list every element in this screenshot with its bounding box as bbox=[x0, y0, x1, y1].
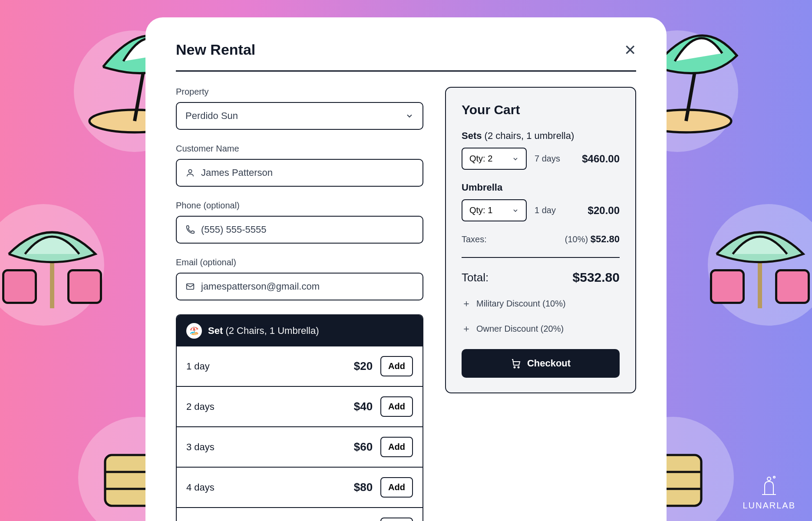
svg-rect-8 bbox=[711, 270, 744, 303]
person-icon bbox=[185, 168, 195, 178]
price-duration: 3 days bbox=[186, 442, 215, 453]
cart-title: Your Cart bbox=[462, 102, 620, 117]
svg-rect-6 bbox=[69, 270, 101, 303]
price-duration: 4 days bbox=[186, 482, 215, 493]
total-amount: $532.80 bbox=[573, 270, 620, 285]
customer-input[interactable]: James Patterson bbox=[176, 159, 423, 187]
svg-point-18 bbox=[514, 367, 515, 368]
cart-item: Sets (2 chairs, 1 umbrella)Qty: 27 days$… bbox=[462, 130, 620, 170]
taxes-amount: $52.80 bbox=[591, 234, 620, 244]
customer-label: Customer Name bbox=[176, 144, 423, 154]
close-button[interactable]: ✕ bbox=[624, 43, 636, 57]
price-row: 2 days$40Add bbox=[177, 386, 423, 426]
modal-title: New Rental bbox=[176, 41, 255, 58]
add-button[interactable]: Add bbox=[380, 356, 413, 376]
qty-value: Qty: 1 bbox=[469, 205, 492, 215]
brand-logo: LUNARLAB bbox=[743, 473, 795, 511]
svg-point-19 bbox=[518, 367, 519, 368]
cart-panel: Your Cart Sets (2 chairs, 1 umbrella)Qty… bbox=[445, 87, 636, 393]
price-value: $40 bbox=[354, 400, 373, 413]
total-label: Total: bbox=[462, 271, 489, 284]
plus-icon: ＋ bbox=[462, 322, 471, 335]
qty-value: Qty: 2 bbox=[469, 154, 492, 164]
add-button[interactable]: Add bbox=[380, 518, 413, 521]
checkout-button[interactable]: Checkout bbox=[462, 349, 620, 378]
brand-name: LUNARLAB bbox=[743, 501, 795, 511]
email-label: Email (optional) bbox=[176, 257, 423, 267]
svg-point-16 bbox=[188, 170, 191, 173]
chevron-down-icon bbox=[512, 207, 519, 214]
cart-item-days: 7 days bbox=[535, 154, 560, 164]
beach-illustration bbox=[695, 200, 812, 330]
discount-label: Owner Discount (20%) bbox=[476, 324, 564, 334]
svg-point-21 bbox=[773, 476, 775, 478]
cart-item-amount: $460.00 bbox=[582, 153, 620, 165]
cart-divider bbox=[462, 257, 620, 258]
cart-item-days: 1 day bbox=[535, 205, 556, 215]
add-button[interactable]: Add bbox=[380, 477, 413, 498]
plus-icon: ＋ bbox=[462, 297, 471, 310]
chevron-down-icon bbox=[405, 112, 414, 120]
price-value: $60 bbox=[354, 440, 373, 454]
price-row: 1 day$20Add bbox=[177, 346, 423, 386]
price-value: $20 bbox=[354, 359, 373, 373]
svg-rect-9 bbox=[776, 270, 809, 303]
phone-input[interactable]: (555) 555-5555 bbox=[176, 216, 423, 244]
product-subtitle: (2 Chairs, 1 Umbrella) bbox=[225, 325, 319, 336]
product-card: 🏖️ Set (2 Chairs, 1 Umbrella) 1 day$20Ad… bbox=[176, 314, 423, 521]
close-icon: ✕ bbox=[624, 43, 636, 57]
product-title: Set bbox=[208, 325, 223, 336]
new-rental-modal: New Rental ✕ Property Perdido Sun Custom… bbox=[145, 17, 667, 521]
chevron-down-icon bbox=[512, 155, 519, 162]
cart-icon bbox=[511, 358, 521, 369]
beach-illustration bbox=[0, 200, 117, 330]
price-row: 4 days$80Add bbox=[177, 467, 423, 507]
checkout-label: Checkout bbox=[527, 358, 571, 369]
price-value: $80 bbox=[354, 481, 373, 494]
cart-item-title: Umbrella bbox=[462, 182, 620, 193]
email-value: jamespatterson@gmail.com bbox=[201, 281, 320, 292]
phone-label: Phone (optional) bbox=[176, 201, 423, 211]
add-button[interactable]: Add bbox=[380, 396, 413, 417]
total-row: Total: $532.80 bbox=[462, 270, 620, 285]
discount-row[interactable]: ＋Owner Discount (20%) bbox=[462, 322, 620, 335]
svg-point-20 bbox=[767, 477, 771, 481]
mail-icon bbox=[185, 282, 195, 291]
customer-value: James Patterson bbox=[201, 167, 273, 178]
product-header: 🏖️ Set (2 Chairs, 1 Umbrella) bbox=[177, 315, 423, 346]
phone-value: (555) 555-5555 bbox=[201, 224, 266, 235]
price-duration: 1 day bbox=[186, 361, 210, 372]
cart-item: Umbrella Qty: 11 day$20.00 bbox=[462, 182, 620, 221]
taxes-label: Taxes: bbox=[462, 234, 487, 244]
phone-icon bbox=[185, 225, 195, 234]
email-input[interactable]: jamespatterson@gmail.com bbox=[176, 273, 423, 300]
taxes-percent: (10%) bbox=[565, 234, 588, 244]
price-row: 3 days$60Add bbox=[177, 426, 423, 467]
svg-rect-5 bbox=[3, 270, 36, 303]
qty-select[interactable]: Qty: 1 bbox=[462, 199, 527, 221]
cart-item-amount: $20.00 bbox=[588, 204, 620, 217]
price-duration: 2 days bbox=[186, 401, 215, 412]
taxes-row: Taxes: (10%) $52.80 bbox=[462, 234, 620, 245]
add-button[interactable]: Add bbox=[380, 437, 413, 457]
product-thumb-icon: 🏖️ bbox=[186, 323, 202, 339]
property-select[interactable]: Perdido Sun bbox=[176, 102, 423, 130]
property-value: Perdido Sun bbox=[185, 110, 238, 122]
discount-row[interactable]: ＋Military Discount (10%) bbox=[462, 297, 620, 310]
discount-label: Military Discount (10%) bbox=[476, 299, 566, 309]
qty-select[interactable]: Qty: 2 bbox=[462, 148, 527, 170]
price-row: 5 days$100Add bbox=[177, 507, 423, 521]
cart-item-title: Sets (2 chairs, 1 umbrella) bbox=[462, 130, 620, 142]
property-label: Property bbox=[176, 87, 423, 97]
